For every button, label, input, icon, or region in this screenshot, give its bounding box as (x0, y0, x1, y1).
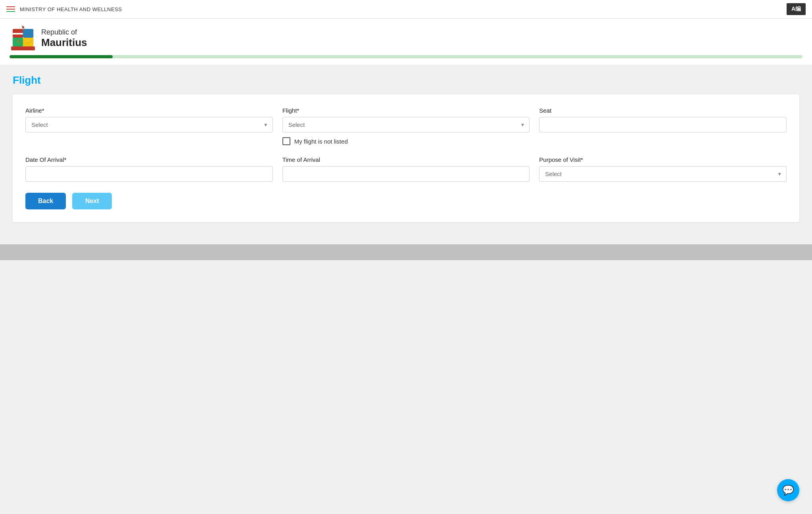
language-toggle-button[interactable]: A编 (787, 3, 806, 15)
button-row: Back Next (25, 193, 787, 209)
flight-select[interactable]: Select (282, 117, 530, 132)
flight-not-listed-label[interactable]: My flight is not listed (294, 138, 348, 145)
purpose-select-wrapper: Select ▼ (539, 166, 787, 182)
svg-rect-10 (11, 46, 35, 50)
country-label: Mauritius (41, 36, 87, 49)
time-arrival-input[interactable] (282, 166, 530, 182)
flight-select-wrapper: Select ▼ (282, 117, 530, 132)
date-arrival-group: Date Of Arrival* (25, 156, 273, 182)
top-bar: MINISTRY OF HEALTH AND WELLNESS A编 (0, 0, 812, 19)
chat-bubble-icon: 💬 (782, 485, 794, 496)
header: 🦌 ★ 🌴 🔑 Republic of Mauritius (0, 19, 812, 55)
time-arrival-label: Time of Arrival (282, 156, 530, 163)
date-arrival-label: Date Of Arrival* (25, 156, 273, 163)
form-card: Airline* Select ▼ Flight* Select ▼ (13, 94, 799, 222)
svg-rect-3 (23, 29, 33, 38)
back-button[interactable]: Back (25, 193, 66, 209)
mauritius-emblem: 🦌 ★ 🌴 🔑 (10, 25, 36, 52)
airline-select-wrapper: Select ▼ (25, 117, 273, 132)
flight-col-wrapper: Flight* Select ▼ My flight is not listed (282, 107, 530, 145)
flight-group: Flight* Select ▼ (282, 107, 530, 132)
airline-label: Airline* (25, 107, 273, 114)
progress-container (0, 55, 812, 65)
progress-bar-background (10, 55, 802, 58)
flight-label: Flight* (282, 107, 530, 114)
top-bar-left: MINISTRY OF HEALTH AND WELLNESS (6, 6, 122, 12)
svg-rect-2 (13, 33, 23, 35)
flight-not-listed-group: My flight is not listed (282, 137, 530, 145)
form-row-1: Airline* Select ▼ Flight* Select ▼ (25, 107, 787, 145)
airline-group: Airline* Select ▼ (25, 107, 273, 145)
svg-text:★: ★ (22, 25, 25, 29)
svg-text:🔑: 🔑 (26, 39, 31, 44)
flight-not-listed-checkbox[interactable] (282, 137, 290, 145)
form-row-2: Date Of Arrival* Time of Arrival Purpose… (25, 156, 787, 182)
page-title: Flight (13, 74, 799, 86)
date-arrival-input[interactable] (25, 166, 273, 182)
main-content: Flight Airline* Select ▼ Flight* (0, 65, 812, 232)
logo-area: 🦌 ★ 🌴 🔑 Republic of Mauritius (10, 25, 87, 52)
seat-label: Seat (539, 107, 787, 114)
footer (0, 244, 812, 260)
next-button[interactable]: Next (72, 193, 112, 209)
purpose-select[interactable]: Select (539, 166, 787, 182)
seat-group: Seat (539, 107, 787, 145)
svg-text:🌴: 🌴 (16, 39, 21, 44)
seat-input[interactable] (539, 117, 787, 132)
purpose-label: Purpose of Visit* (539, 156, 787, 163)
chat-bubble-button[interactable]: 💬 (777, 479, 799, 501)
airline-select[interactable]: Select (25, 117, 273, 132)
time-arrival-group: Time of Arrival (282, 156, 530, 182)
ministry-title: MINISTRY OF HEALTH AND WELLNESS (20, 6, 122, 12)
menu-icon[interactable] (6, 6, 15, 12)
purpose-group: Purpose of Visit* Select ▼ (539, 156, 787, 182)
logo-text: Republic of Mauritius (41, 28, 87, 49)
republic-label: Republic of (41, 28, 87, 36)
progress-bar-fill (10, 55, 113, 58)
